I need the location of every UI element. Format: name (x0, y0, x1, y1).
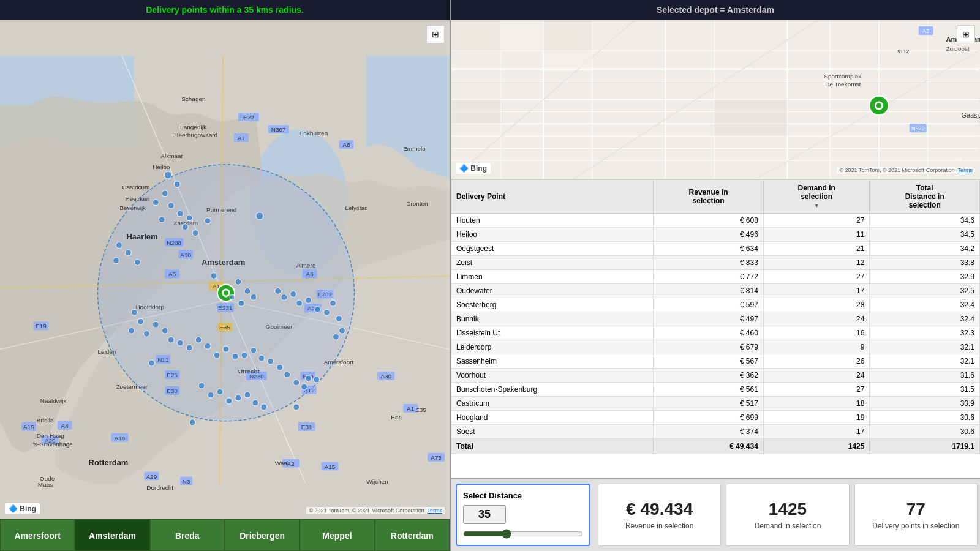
cell-revenue-10: € 567 (654, 354, 764, 369)
cell-distance-8: 32.3 (870, 326, 980, 340)
svg-point-116 (177, 211, 183, 217)
demand-label: Demand in selection (755, 522, 821, 530)
table-row: IJsselstein Ut € 460 16 32.3 (451, 326, 980, 340)
svg-text:A16: A16 (115, 435, 126, 441)
delivery-points-value: 77 (907, 500, 925, 519)
svg-point-124 (125, 250, 131, 256)
left-map-container[interactable]: E22 A7 N307 A6 N208 A10 A5 A6 A1 E231 (0, 20, 450, 519)
distance-slider[interactable] (463, 529, 583, 539)
svg-point-163 (284, 372, 290, 378)
cell-revenue-6: € 597 (654, 298, 764, 312)
svg-point-167 (314, 377, 320, 383)
cell-name-6: Soesterberg (451, 298, 654, 312)
revenue-label: Revenue in selection (625, 522, 693, 530)
svg-text:Enkhuizen: Enkhuizen (300, 130, 328, 137)
table-wrapper[interactable]: Delivery Point Revenue inselection Deman… (451, 179, 980, 478)
svg-point-135 (290, 291, 296, 297)
svg-text:A29: A29 (146, 473, 157, 480)
cell-demand-7: 24 (763, 312, 870, 326)
terms-link-right[interactable]: Terms (958, 167, 973, 173)
cell-demand-0: 27 (763, 214, 870, 228)
svg-point-157 (232, 353, 238, 359)
map-expand-button-right[interactable]: ⊞ (957, 25, 975, 43)
cell-distance-5: 32.5 (870, 284, 980, 298)
table-row: Oegstgeest € 634 21 34.2 (451, 242, 980, 256)
cell-distance-0: 34.6 (870, 214, 980, 228)
svg-point-123 (116, 242, 122, 249)
svg-text:E31: E31 (301, 424, 312, 430)
cell-distance-11: 31.6 (870, 369, 980, 383)
svg-text:A2: A2 (922, 28, 929, 34)
svg-rect-205 (714, 100, 788, 137)
svg-text:Dronten: Dronten (406, 200, 428, 207)
cell-revenue-0: € 608 (654, 214, 764, 228)
cell-revenue-2: € 634 (654, 242, 764, 256)
cell-distance-10: 32.1 (870, 354, 980, 369)
table-row: Voorhout € 362 24 31.6 (451, 369, 980, 383)
svg-text:N307: N307 (271, 126, 286, 133)
svg-point-111 (164, 171, 172, 179)
svg-point-149 (162, 328, 168, 334)
svg-point-140 (330, 300, 336, 306)
depot-rotterdam[interactable]: Rotterdam (375, 519, 450, 551)
svg-point-165 (301, 384, 307, 390)
table-row: Bunschoten-Spakenburg € 561 27 31.5 (451, 383, 980, 397)
svg-text:Gaasj...: Gaasj... (961, 111, 980, 119)
depot-breda[interactable]: Breda (150, 519, 225, 551)
svg-text:N3: N3 (183, 478, 190, 485)
svg-point-130 (251, 294, 257, 300)
table-row: Bunnik € 497 24 32.4 (451, 312, 980, 326)
svg-text:Brielle: Brielle (37, 417, 54, 424)
col-header-distance: TotalDistance inselection (870, 180, 980, 214)
depot-meppel[interactable]: Meppel (300, 519, 374, 551)
svg-rect-204 (543, 51, 592, 69)
svg-point-150 (168, 337, 174, 343)
svg-point-159 (251, 347, 257, 353)
svg-point-112 (174, 181, 180, 187)
svg-text:Maas: Maas (38, 481, 53, 488)
cell-revenue-14: € 699 (654, 411, 764, 425)
svg-point-166 (306, 375, 312, 381)
table-row: Leiderdorp € 679 9 32.1 (451, 340, 980, 354)
depot-amsterdam[interactable]: Amsterdam (75, 519, 149, 551)
depot-amersfoort[interactable]: Amersfoort (0, 519, 75, 551)
cell-revenue-4: € 772 (654, 270, 764, 284)
right-map-container[interactable]: A2 s112 N522 A9 Amsterdam Zuidoost Sport… (451, 20, 980, 179)
svg-point-173 (244, 392, 251, 398)
cell-name-2: Oegstgeest (451, 242, 654, 256)
cell-demand-12: 27 (763, 383, 870, 397)
cell-demand-2: 21 (763, 242, 870, 256)
svg-point-121 (205, 218, 211, 224)
cell-name-11: Voorhout (451, 369, 654, 383)
svg-point-176 (148, 360, 154, 366)
svg-point-134 (281, 294, 287, 300)
cell-distance-14: 30.6 (870, 411, 980, 425)
map-expand-button-left[interactable]: ⊞ (426, 25, 445, 43)
svg-point-118 (159, 217, 165, 223)
cell-revenue-9: € 679 (654, 340, 764, 354)
left-map-svg: E22 A7 N307 A6 N208 A10 A5 A6 A1 E231 (0, 20, 450, 519)
table-row: Castricum € 517 18 30.9 (451, 397, 980, 411)
cell-name-9: Leiderdorp (451, 340, 654, 354)
svg-text:Zuidoost: Zuidoost (946, 45, 970, 52)
col-header-delivery-point: Delivery Point (451, 180, 654, 214)
svg-text:Naaldwijk: Naaldwijk (40, 397, 67, 404)
svg-text:N522: N522 (911, 126, 924, 132)
svg-point-132 (230, 294, 235, 299)
svg-rect-201 (452, 20, 501, 51)
cell-revenue-13: € 517 (654, 397, 764, 411)
svg-point-115 (168, 203, 174, 209)
table-row: Heiloo € 496 11 34.5 (451, 228, 980, 242)
delivery-table: Delivery Point Revenue inselection Deman… (451, 179, 980, 454)
total-distance: 1719.1 (870, 439, 980, 454)
cell-name-7: Bunnik (451, 312, 654, 326)
cell-name-4: Limmen (451, 270, 654, 284)
svg-rect-203 (543, 20, 592, 51)
svg-text:Sportcomplex: Sportcomplex (824, 73, 861, 80)
terms-link-left[interactable]: Terms (428, 508, 443, 514)
cell-name-15: Soest (451, 425, 654, 439)
svg-point-131 (238, 300, 244, 306)
right-bottom-bar: Select Distance 35 € 49.434 Revenue in s… (451, 478, 980, 551)
cell-revenue-8: € 460 (654, 326, 764, 340)
depot-driebergen[interactable]: Driebergen (225, 519, 300, 551)
